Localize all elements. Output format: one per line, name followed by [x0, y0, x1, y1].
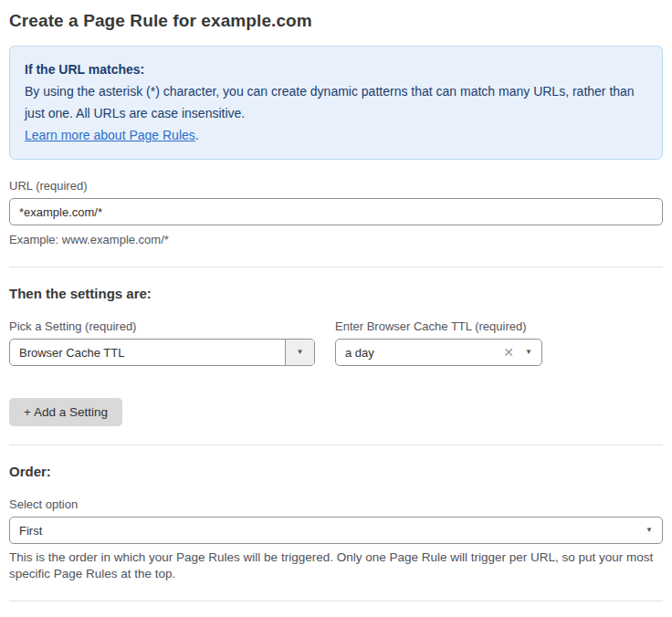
setting-picker-dropdown[interactable]: Browser Cache TTL ▼ [9, 339, 315, 366]
ttl-picker-label: Enter Browser Cache TTL (required) [335, 319, 542, 333]
url-example-helper: Example: www.example.com/* [9, 232, 663, 248]
order-select-label: Select option [9, 497, 663, 511]
setting-picker-value: Browser Cache TTL [10, 340, 285, 365]
page-title: Create a Page Rule for example.com [9, 11, 663, 31]
caret-down-icon: ▼ [646, 527, 653, 534]
caret-down-icon: ▼ [525, 349, 532, 356]
order-dropdown-value: First [19, 524, 646, 538]
url-matches-info-box: If the URL matches: By using the asteris… [9, 46, 663, 160]
order-dropdown[interactable]: First ▼ [9, 517, 663, 544]
link-period: . [195, 128, 199, 142]
order-section-heading: Order: [9, 464, 663, 479]
setting-picker-label: Pick a Setting (required) [9, 319, 315, 333]
order-helper-text: This is the order in which your Page Rul… [9, 549, 663, 582]
learn-more-link[interactable]: Learn more about Page Rules [25, 128, 195, 142]
divider [9, 444, 663, 445]
url-input[interactable] [9, 198, 663, 225]
add-setting-button[interactable]: + Add a Setting [9, 398, 122, 426]
settings-section-heading: Then the settings are: [9, 286, 663, 301]
caret-down-icon: ▼ [297, 349, 304, 356]
info-box-body: By using the asterisk (*) character, you… [25, 80, 647, 146]
settings-row: Pick a Setting (required) Browser Cache … [9, 319, 663, 366]
ttl-picker-column: Enter Browser Cache TTL (required) a day… [335, 319, 542, 366]
setting-picker-column: Pick a Setting (required) Browser Cache … [9, 319, 315, 366]
setting-picker-caret-segment[interactable]: ▼ [285, 340, 314, 365]
ttl-picker-value: a day [345, 346, 503, 360]
add-setting-wrap: + Add a Setting [9, 398, 663, 426]
clear-icon[interactable]: ✕ [503, 346, 514, 359]
divider [9, 601, 663, 601]
divider [9, 267, 663, 267]
url-field-label: URL (required) [9, 179, 663, 193]
info-box-heading: If the URL matches: [25, 58, 647, 80]
ttl-picker-dropdown[interactable]: a day ✕ ▼ [335, 339, 542, 366]
